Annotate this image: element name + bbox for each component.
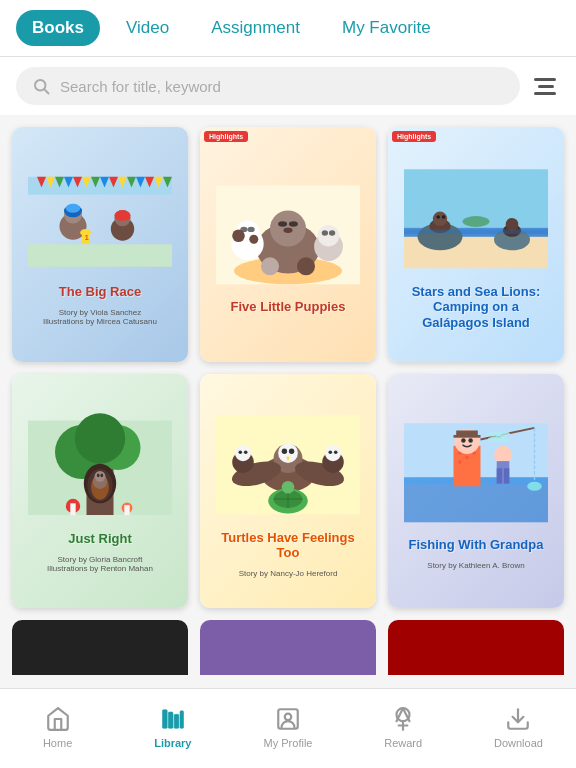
bottom-nav-profile[interactable]: My Profile <box>230 705 345 749</box>
bottom-nav-download-label: Download <box>494 737 543 749</box>
svg-point-89 <box>244 450 248 454</box>
book-card-big-race[interactable]: 1 The Big Race Story by Viola SanchezIll… <box>12 127 188 362</box>
book-card-just-right[interactable]: Just Right Story by Gloria BancroftIllus… <box>12 374 188 609</box>
tab-video[interactable]: Video <box>110 10 185 46</box>
book-title-big-race: The Big Race <box>59 284 141 300</box>
bottom-nav-reward[interactable]: Reward <box>346 705 461 749</box>
book-author-turtles: Story by Nancy-Jo Hereford <box>239 569 338 578</box>
svg-point-58 <box>506 218 519 231</box>
filter-line-3 <box>534 92 556 95</box>
svg-rect-127 <box>180 710 184 728</box>
filter-button[interactable] <box>530 74 560 99</box>
svg-rect-124 <box>162 709 167 728</box>
svg-point-115 <box>494 446 512 464</box>
svg-point-60 <box>463 216 490 227</box>
book-illustration-fishing <box>404 412 548 534</box>
home-icon <box>44 705 72 733</box>
svg-point-105 <box>458 460 462 464</box>
book-illustration-big-race: 1 <box>28 163 172 281</box>
search-placeholder-text: Search for title, keyword <box>60 78 221 95</box>
svg-rect-125 <box>168 712 173 728</box>
search-bar[interactable]: Search for title, keyword <box>16 67 520 105</box>
svg-point-87 <box>235 445 251 461</box>
svg-point-88 <box>239 450 243 454</box>
svg-rect-76 <box>124 506 129 516</box>
svg-rect-117 <box>497 468 502 483</box>
bottom-nav-reward-label: Reward <box>384 737 422 749</box>
svg-rect-126 <box>174 714 179 728</box>
svg-point-82 <box>289 449 294 454</box>
book-title-sea-lions: Stars and Sea Lions: Camping on a Galápa… <box>404 284 548 331</box>
bottom-nav-library-label: Library <box>154 737 191 749</box>
tab-assignment[interactable]: Assignment <box>195 10 316 46</box>
book-card-five-puppies[interactable]: Highlights <box>200 127 376 362</box>
svg-rect-109 <box>454 435 481 438</box>
svg-point-92 <box>329 450 333 454</box>
bottom-nav-download[interactable]: Download <box>461 705 576 749</box>
book-title-turtles: Turtles Have Feelings Too <box>216 530 360 561</box>
svg-point-22 <box>66 204 80 213</box>
book-card-sea-lions[interactable]: Highlights <box>388 127 564 362</box>
book-title-puppies: Five Little Puppies <box>231 299 346 315</box>
download-icon <box>504 705 532 733</box>
svg-point-129 <box>285 713 292 720</box>
book-illustration-just-right <box>28 409 172 527</box>
partial-book-3[interactable] <box>388 620 564 675</box>
svg-point-44 <box>322 230 328 235</box>
filter-line-1 <box>534 78 556 81</box>
svg-rect-118 <box>504 468 509 483</box>
svg-rect-59 <box>404 230 548 235</box>
svg-rect-74 <box>70 504 75 516</box>
svg-point-71 <box>97 474 100 478</box>
partial-book-row <box>0 620 576 675</box>
book-author-fishing: Story by Kathleen A. Brown <box>427 561 524 570</box>
book-author-just-right: Story by Gloria BancroftIllustrations by… <box>47 555 153 573</box>
svg-rect-18 <box>28 244 172 267</box>
bottom-navigation: Home Library My Profile <box>0 688 576 768</box>
svg-text:1: 1 <box>85 233 89 242</box>
bottom-nav-home[interactable]: Home <box>0 705 115 749</box>
svg-point-45 <box>329 230 335 235</box>
highlights-badge-sea-lions: Highlights <box>392 131 436 142</box>
book-illustration-puppies <box>216 174 360 296</box>
svg-rect-108 <box>456 430 478 435</box>
profile-icon <box>274 705 302 733</box>
svg-point-93 <box>334 450 338 454</box>
partial-book-2[interactable] <box>200 620 376 675</box>
svg-line-1 <box>44 89 48 93</box>
svg-point-28 <box>114 210 130 221</box>
tab-myfavorite[interactable]: My Favorite <box>326 10 447 46</box>
svg-point-43 <box>318 225 340 247</box>
book-illustration-sea-lions <box>404 158 548 280</box>
svg-point-54 <box>433 212 447 226</box>
svg-point-123 <box>497 437 510 442</box>
svg-point-35 <box>284 227 293 232</box>
bottom-nav-profile-label: My Profile <box>264 737 313 749</box>
book-title-just-right: Just Right <box>68 531 132 547</box>
book-author-big-race: Story by Viola SanchezIllustrations by M… <box>43 308 157 326</box>
bottom-nav-home-label: Home <box>43 737 72 749</box>
book-title-fishing: Fishing With Grandpa <box>409 537 544 553</box>
svg-point-91 <box>325 445 341 461</box>
svg-point-104 <box>465 456 469 460</box>
svg-point-33 <box>278 221 287 226</box>
reward-icon <box>389 705 417 733</box>
svg-point-111 <box>468 438 473 443</box>
svg-point-39 <box>248 226 255 231</box>
svg-point-65 <box>75 414 125 464</box>
svg-point-121 <box>496 431 510 436</box>
svg-point-55 <box>436 215 440 219</box>
partial-book-1[interactable] <box>12 620 188 675</box>
filter-line-2 <box>538 85 554 88</box>
book-card-fishing[interactable]: Fishing With Grandpa Story by Kathleen A… <box>388 374 564 609</box>
search-icon <box>32 77 50 95</box>
svg-point-110 <box>461 438 466 443</box>
top-navigation: Books Video Assignment My Favorite <box>0 0 576 57</box>
svg-point-56 <box>442 215 446 219</box>
svg-point-81 <box>282 449 287 454</box>
book-card-turtles[interactable]: Turtles Have Feelings Too Story by Nancy… <box>200 374 376 609</box>
svg-point-114 <box>527 482 541 491</box>
svg-point-41 <box>249 235 258 244</box>
bottom-nav-library[interactable]: Library <box>115 705 230 749</box>
tab-books[interactable]: Books <box>16 10 100 46</box>
